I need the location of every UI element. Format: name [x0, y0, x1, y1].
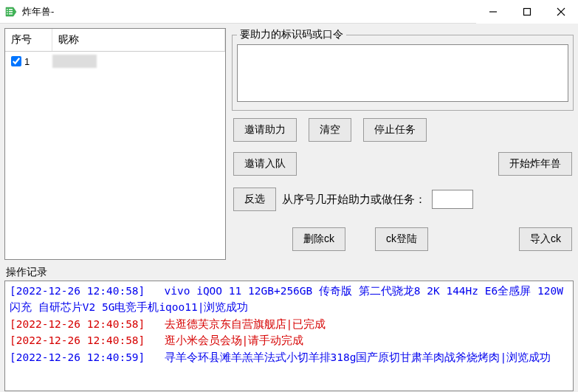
svg-rect-3: [9, 9, 13, 10]
invite-help-button[interactable]: 邀请助力: [233, 118, 297, 142]
log-label: 操作记录: [0, 264, 578, 281]
window-title: 炸年兽-: [22, 5, 476, 18]
delete-ck-button[interactable]: 删除ck: [292, 227, 345, 251]
col-header-nick[interactable]: 昵称: [52, 29, 225, 51]
ck-login-button[interactable]: ck登陆: [375, 227, 428, 251]
idcode-input[interactable]: [237, 44, 568, 102]
log-line: [2022-12-26 12:40:58] 逛小米会员会场|请手动完成: [10, 332, 568, 348]
log-line: [2022-12-26 12:40:59] 寻羊令环县滩羊羔羊法式小切羊排318…: [10, 349, 568, 365]
log-line: [2022-12-26 12:40:58] vivo iQOO 11 12GB+…: [10, 283, 568, 316]
idcode-group: 要助力的标识码或口令: [232, 28, 574, 111]
svg-rect-2: [7, 13, 8, 15]
log-line: [2022-12-26 12:40:58] 去逛德芙京东自营旗舰店|已完成: [10, 316, 568, 332]
redacted-nick: [52, 55, 97, 68]
col-header-seq[interactable]: 序号: [5, 29, 52, 51]
seq-start-label: 从序号几开始助力或做任务：: [282, 193, 426, 207]
app-icon: [4, 5, 18, 18]
row-checkbox[interactable]: [11, 56, 21, 66]
table-row[interactable]: 1: [5, 52, 225, 71]
import-ck-button[interactable]: 导入ck: [519, 227, 572, 251]
account-table: 序号 昵称 1: [4, 28, 226, 260]
maximize-button[interactable]: [510, 0, 544, 24]
clear-button[interactable]: 清空: [309, 118, 351, 142]
close-button[interactable]: [544, 0, 578, 24]
minimize-button[interactable]: [476, 0, 510, 24]
invert-select-button[interactable]: 反选: [233, 188, 276, 211]
start-nian-button[interactable]: 开始炸年兽: [498, 152, 572, 176]
idcode-legend: 要助力的标识码或口令: [237, 28, 346, 41]
svg-rect-4: [9, 11, 13, 13]
svg-rect-7: [524, 8, 531, 15]
titlebar: 炸年兽-: [0, 0, 578, 24]
seq-start-input[interactable]: [432, 190, 473, 209]
row-seq: 1: [24, 56, 30, 67]
row-nick: [52, 55, 219, 68]
svg-rect-5: [9, 13, 13, 15]
invite-team-button[interactable]: 邀请入队: [233, 152, 297, 176]
log-box[interactable]: [2022-12-26 12:40:58] vivo iQOO 11 12GB+…: [4, 281, 574, 391]
stop-task-button[interactable]: 停止任务: [363, 118, 427, 142]
svg-rect-0: [7, 9, 8, 10]
svg-rect-1: [7, 11, 8, 13]
